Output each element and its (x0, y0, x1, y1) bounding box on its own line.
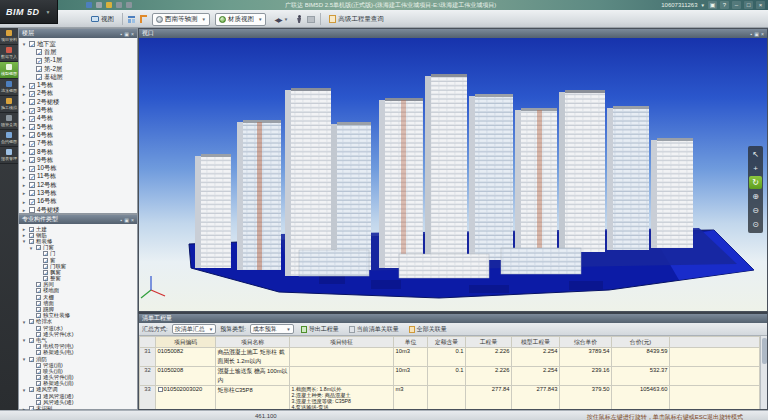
checkbox[interactable] (43, 251, 48, 256)
skin-icon[interactable]: ▣ (708, 1, 717, 9)
checkbox[interactable] (29, 83, 35, 89)
close-icon[interactable]: × (131, 217, 134, 223)
expander-icon[interactable]: ▸ (21, 182, 27, 188)
maximize-icon[interactable]: □ (744, 1, 753, 9)
zoom-in-icon[interactable]: ⊕ (749, 190, 762, 203)
code-cell[interactable]: 01050208 (156, 367, 216, 386)
section-arrows-button[interactable]: ◀▶ ▼ (271, 13, 291, 26)
checkbox[interactable] (36, 295, 41, 300)
unit-cell[interactable]: 10m3 (394, 348, 428, 367)
expander-icon[interactable]: ▸ (21, 174, 27, 180)
tree-item-第-1层[interactable]: 第-1层 (21, 57, 136, 65)
row-number[interactable]: 33 (140, 386, 156, 410)
table-row[interactable]: 33010502003020矩形柱C35P81.截面周长: 1.8m以外 2.混… (140, 386, 760, 410)
checkbox[interactable] (36, 400, 41, 405)
column-header[interactable]: 项目编码 (156, 337, 216, 348)
checkbox[interactable] (36, 350, 41, 355)
app-logo[interactable]: BIM 5D ▼ (0, 0, 58, 24)
batch-select-icon[interactable] (128, 16, 135, 23)
3d-canvas[interactable]: ↖+↻⊕⊖⊙ (139, 38, 767, 311)
tree-item-第-2层[interactable]: 第-2层 (21, 65, 136, 73)
checkbox[interactable] (29, 190, 35, 196)
expander-icon[interactable]: ▸ (21, 116, 27, 122)
filler-cell[interactable] (670, 367, 760, 386)
expander-icon[interactable]: ▸ (21, 199, 27, 205)
checkbox[interactable] (36, 313, 41, 318)
view-button[interactable]: 视图 (88, 13, 117, 26)
scrollbar-thumb[interactable] (762, 338, 767, 364)
export-quantity-button[interactable]: 导出工程量 (298, 324, 342, 335)
tree-item-基础层[interactable]: 基础层 (21, 73, 136, 81)
nav-item-施工模拟[interactable]: 施工模拟 (0, 96, 18, 113)
expander-icon[interactable]: ▾ (21, 41, 27, 47)
column-header[interactable]: 综合单价 (560, 337, 612, 348)
expander-icon[interactable]: ▸ (21, 226, 27, 232)
quantity-cell[interactable]: 277.84 (466, 386, 512, 410)
lock-icon[interactable] (106, 2, 112, 8)
expander-icon[interactable]: ▸ (21, 83, 27, 89)
expander-icon[interactable]: ▾ (21, 356, 27, 362)
close-icon[interactable]: × (131, 31, 134, 37)
current-list-quantity-button[interactable]: 当前清单关联量 (346, 324, 402, 335)
column-header[interactable]: 项目名称 (216, 337, 290, 348)
quantity-cell[interactable]: 2.226 (466, 367, 512, 386)
feature-cell[interactable] (290, 348, 394, 367)
float-icon[interactable]: ▣ (124, 31, 129, 37)
expander-icon[interactable]: ▾ (28, 245, 34, 251)
minimize-icon[interactable]: – (732, 1, 741, 9)
expander-icon[interactable]: ▸ (21, 190, 27, 196)
quantity-panel-header[interactable]: 清单工程量 (139, 314, 767, 323)
expander-icon[interactable]: ▸ (21, 108, 27, 114)
code-cell[interactable]: 010502003020 (156, 386, 216, 410)
total-price-cell[interactable]: 532.37 (612, 367, 670, 386)
expander-icon[interactable]: ▸ (21, 91, 27, 97)
checkbox[interactable] (36, 344, 41, 349)
redo-icon[interactable] (126, 2, 132, 8)
checkbox[interactable] (29, 108, 35, 114)
column-header[interactable]: 项目特征 (290, 337, 394, 348)
checkbox[interactable] (36, 394, 41, 399)
summary-mode-dropdown[interactable]: 按清单汇总 ▼ (172, 324, 216, 334)
expander-icon[interactable]: ▾ (21, 319, 27, 325)
expander-icon[interactable]: ▸ (21, 149, 27, 155)
checkbox[interactable] (36, 363, 41, 368)
quota-cell[interactable]: 0.1 (428, 348, 466, 367)
checkbox[interactable] (36, 301, 41, 306)
walkthrough-icon[interactable] (296, 15, 302, 23)
nav-item-模型视图[interactable]: 模型视图 (0, 62, 18, 79)
column-header[interactable]: 合价(元) (612, 337, 670, 348)
print-icon[interactable] (96, 2, 102, 8)
checkbox[interactable] (36, 66, 42, 72)
pin-icon[interactable]: ▪ (121, 31, 123, 37)
checkbox[interactable] (36, 375, 41, 380)
checkbox[interactable] (29, 199, 35, 205)
table-row[interactable]: 3201050208混凝土输送泵 檐高 100m以内10m30.12.2262.… (140, 367, 760, 386)
checkbox[interactable] (29, 41, 35, 47)
row-number[interactable]: 32 (140, 367, 156, 386)
expander-icon[interactable]: ▸ (21, 166, 27, 172)
material-view-dropdown[interactable]: 材质视图 ▼ (215, 13, 266, 26)
expander-icon[interactable]: ▸ (21, 141, 27, 147)
orbit-icon[interactable]: ↻ (749, 176, 762, 189)
checkbox[interactable] (29, 174, 35, 180)
name-cell[interactable]: 混凝土输送泵 檐高 100m以内 (216, 367, 290, 386)
column-header[interactable]: 工程量 (466, 337, 512, 348)
pan-icon[interactable]: + (749, 162, 762, 175)
viewport-header[interactable]: 视口 ▪▣× (139, 29, 767, 38)
column-header[interactable]: 定额含量 (428, 337, 466, 348)
filler-cell[interactable] (670, 386, 760, 410)
checkbox[interactable] (36, 58, 42, 64)
column-header[interactable]: 模型工程量 (512, 337, 560, 348)
help-icon[interactable]: ? (720, 1, 729, 9)
quantity-cell[interactable]: 2.226 (466, 348, 512, 367)
name-cell[interactable]: 商品混凝土施工 矩形柱 截面周长 1.2m以内 (216, 348, 290, 367)
unit-price-cell[interactable]: 239.16 (560, 367, 612, 386)
floors-panel-header[interactable]: 楼层 ▪▣× (19, 29, 137, 38)
checkbox[interactable] (43, 276, 48, 281)
pin-icon[interactable]: ▪ (751, 31, 753, 37)
checkbox[interactable] (36, 326, 41, 331)
checkbox[interactable] (43, 270, 48, 275)
all-quantity-button[interactable]: 全部关联量 (406, 324, 450, 335)
checkbox[interactable] (43, 264, 48, 269)
unit-price-cell[interactable]: 379.50 (560, 386, 612, 410)
